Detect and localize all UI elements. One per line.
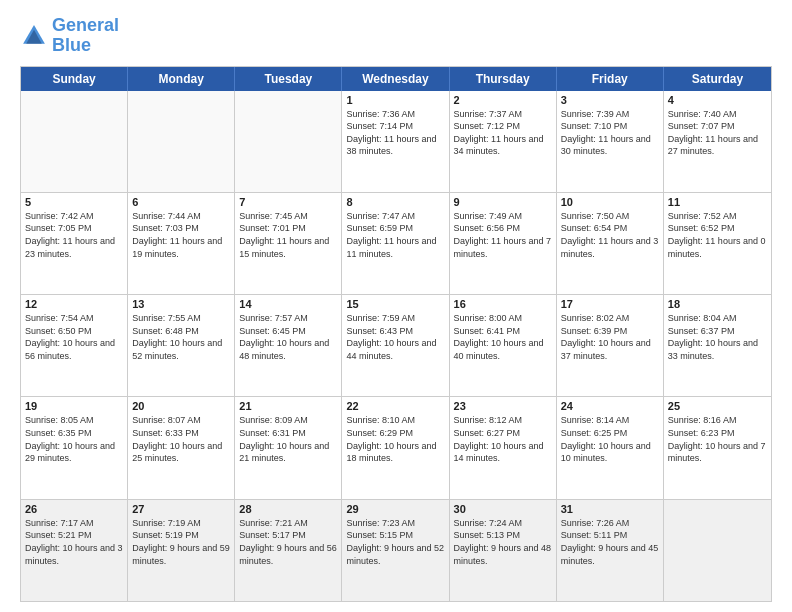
calendar-cell: 28Sunrise: 7:21 AM Sunset: 5:17 PM Dayli… bbox=[235, 500, 342, 601]
calendar-cell: 6Sunrise: 7:44 AM Sunset: 7:03 PM Daylig… bbox=[128, 193, 235, 294]
cell-info: Sunrise: 8:14 AM Sunset: 6:25 PM Dayligh… bbox=[561, 414, 659, 464]
weekday-header: Sunday bbox=[21, 67, 128, 91]
day-number: 17 bbox=[561, 298, 659, 310]
calendar-cell: 23Sunrise: 8:12 AM Sunset: 6:27 PM Dayli… bbox=[450, 397, 557, 498]
calendar-cell: 12Sunrise: 7:54 AM Sunset: 6:50 PM Dayli… bbox=[21, 295, 128, 396]
calendar-cell: 3Sunrise: 7:39 AM Sunset: 7:10 PM Daylig… bbox=[557, 91, 664, 192]
cell-info: Sunrise: 7:40 AM Sunset: 7:07 PM Dayligh… bbox=[668, 108, 767, 158]
cell-info: Sunrise: 7:36 AM Sunset: 7:14 PM Dayligh… bbox=[346, 108, 444, 158]
logo: General Blue bbox=[20, 16, 119, 56]
calendar-cell: 4Sunrise: 7:40 AM Sunset: 7:07 PM Daylig… bbox=[664, 91, 771, 192]
day-number: 28 bbox=[239, 503, 337, 515]
cell-info: Sunrise: 7:19 AM Sunset: 5:19 PM Dayligh… bbox=[132, 517, 230, 567]
cell-info: Sunrise: 8:16 AM Sunset: 6:23 PM Dayligh… bbox=[668, 414, 767, 464]
day-number: 27 bbox=[132, 503, 230, 515]
calendar-cell bbox=[664, 500, 771, 601]
header: General Blue bbox=[20, 16, 772, 56]
calendar-cell: 30Sunrise: 7:24 AM Sunset: 5:13 PM Dayli… bbox=[450, 500, 557, 601]
cell-info: Sunrise: 7:23 AM Sunset: 5:15 PM Dayligh… bbox=[346, 517, 444, 567]
calendar-row: 1Sunrise: 7:36 AM Sunset: 7:14 PM Daylig… bbox=[21, 91, 771, 193]
cell-info: Sunrise: 8:02 AM Sunset: 6:39 PM Dayligh… bbox=[561, 312, 659, 362]
cell-info: Sunrise: 7:45 AM Sunset: 7:01 PM Dayligh… bbox=[239, 210, 337, 260]
cell-info: Sunrise: 7:50 AM Sunset: 6:54 PM Dayligh… bbox=[561, 210, 659, 260]
cell-info: Sunrise: 8:04 AM Sunset: 6:37 PM Dayligh… bbox=[668, 312, 767, 362]
cell-info: Sunrise: 7:59 AM Sunset: 6:43 PM Dayligh… bbox=[346, 312, 444, 362]
cell-info: Sunrise: 8:12 AM Sunset: 6:27 PM Dayligh… bbox=[454, 414, 552, 464]
calendar-cell: 5Sunrise: 7:42 AM Sunset: 7:05 PM Daylig… bbox=[21, 193, 128, 294]
calendar-cell: 11Sunrise: 7:52 AM Sunset: 6:52 PM Dayli… bbox=[664, 193, 771, 294]
day-number: 3 bbox=[561, 94, 659, 106]
day-number: 8 bbox=[346, 196, 444, 208]
day-number: 26 bbox=[25, 503, 123, 515]
cell-info: Sunrise: 7:52 AM Sunset: 6:52 PM Dayligh… bbox=[668, 210, 767, 260]
calendar-cell: 17Sunrise: 8:02 AM Sunset: 6:39 PM Dayli… bbox=[557, 295, 664, 396]
calendar-body: 1Sunrise: 7:36 AM Sunset: 7:14 PM Daylig… bbox=[21, 91, 771, 601]
calendar-cell bbox=[128, 91, 235, 192]
page: General Blue SundayMondayTuesdayWednesda… bbox=[0, 0, 792, 612]
cell-info: Sunrise: 7:47 AM Sunset: 6:59 PM Dayligh… bbox=[346, 210, 444, 260]
cell-info: Sunrise: 7:39 AM Sunset: 7:10 PM Dayligh… bbox=[561, 108, 659, 158]
calendar-cell: 20Sunrise: 8:07 AM Sunset: 6:33 PM Dayli… bbox=[128, 397, 235, 498]
logo-text: General Blue bbox=[52, 16, 119, 56]
day-number: 14 bbox=[239, 298, 337, 310]
day-number: 30 bbox=[454, 503, 552, 515]
calendar-cell: 13Sunrise: 7:55 AM Sunset: 6:48 PM Dayli… bbox=[128, 295, 235, 396]
calendar-cell: 22Sunrise: 8:10 AM Sunset: 6:29 PM Dayli… bbox=[342, 397, 449, 498]
calendar-cell: 14Sunrise: 7:57 AM Sunset: 6:45 PM Dayli… bbox=[235, 295, 342, 396]
calendar: SundayMondayTuesdayWednesdayThursdayFrid… bbox=[20, 66, 772, 602]
calendar-cell bbox=[235, 91, 342, 192]
day-number: 9 bbox=[454, 196, 552, 208]
calendar-cell: 10Sunrise: 7:50 AM Sunset: 6:54 PM Dayli… bbox=[557, 193, 664, 294]
cell-info: Sunrise: 7:42 AM Sunset: 7:05 PM Dayligh… bbox=[25, 210, 123, 260]
cell-info: Sunrise: 8:07 AM Sunset: 6:33 PM Dayligh… bbox=[132, 414, 230, 464]
day-number: 13 bbox=[132, 298, 230, 310]
calendar-row: 26Sunrise: 7:17 AM Sunset: 5:21 PM Dayli… bbox=[21, 500, 771, 601]
calendar-cell: 15Sunrise: 7:59 AM Sunset: 6:43 PM Dayli… bbox=[342, 295, 449, 396]
calendar-cell: 7Sunrise: 7:45 AM Sunset: 7:01 PM Daylig… bbox=[235, 193, 342, 294]
day-number: 12 bbox=[25, 298, 123, 310]
calendar-cell: 8Sunrise: 7:47 AM Sunset: 6:59 PM Daylig… bbox=[342, 193, 449, 294]
calendar-cell: 9Sunrise: 7:49 AM Sunset: 6:56 PM Daylig… bbox=[450, 193, 557, 294]
cell-info: Sunrise: 7:44 AM Sunset: 7:03 PM Dayligh… bbox=[132, 210, 230, 260]
weekday-header: Friday bbox=[557, 67, 664, 91]
logo-icon bbox=[20, 22, 48, 50]
day-number: 5 bbox=[25, 196, 123, 208]
cell-info: Sunrise: 7:21 AM Sunset: 5:17 PM Dayligh… bbox=[239, 517, 337, 567]
day-number: 15 bbox=[346, 298, 444, 310]
calendar-cell: 19Sunrise: 8:05 AM Sunset: 6:35 PM Dayli… bbox=[21, 397, 128, 498]
calendar-row: 5Sunrise: 7:42 AM Sunset: 7:05 PM Daylig… bbox=[21, 193, 771, 295]
day-number: 31 bbox=[561, 503, 659, 515]
cell-info: Sunrise: 7:37 AM Sunset: 7:12 PM Dayligh… bbox=[454, 108, 552, 158]
calendar-cell: 26Sunrise: 7:17 AM Sunset: 5:21 PM Dayli… bbox=[21, 500, 128, 601]
day-number: 10 bbox=[561, 196, 659, 208]
calendar-cell: 29Sunrise: 7:23 AM Sunset: 5:15 PM Dayli… bbox=[342, 500, 449, 601]
day-number: 25 bbox=[668, 400, 767, 412]
cell-info: Sunrise: 7:54 AM Sunset: 6:50 PM Dayligh… bbox=[25, 312, 123, 362]
calendar-cell: 31Sunrise: 7:26 AM Sunset: 5:11 PM Dayli… bbox=[557, 500, 664, 601]
calendar-cell: 16Sunrise: 8:00 AM Sunset: 6:41 PM Dayli… bbox=[450, 295, 557, 396]
cell-info: Sunrise: 8:10 AM Sunset: 6:29 PM Dayligh… bbox=[346, 414, 444, 464]
calendar-cell: 2Sunrise: 7:37 AM Sunset: 7:12 PM Daylig… bbox=[450, 91, 557, 192]
calendar-cell: 24Sunrise: 8:14 AM Sunset: 6:25 PM Dayli… bbox=[557, 397, 664, 498]
weekday-header: Saturday bbox=[664, 67, 771, 91]
cell-info: Sunrise: 7:26 AM Sunset: 5:11 PM Dayligh… bbox=[561, 517, 659, 567]
calendar-row: 12Sunrise: 7:54 AM Sunset: 6:50 PM Dayli… bbox=[21, 295, 771, 397]
cell-info: Sunrise: 8:00 AM Sunset: 6:41 PM Dayligh… bbox=[454, 312, 552, 362]
day-number: 19 bbox=[25, 400, 123, 412]
cell-info: Sunrise: 7:24 AM Sunset: 5:13 PM Dayligh… bbox=[454, 517, 552, 567]
cell-info: Sunrise: 7:57 AM Sunset: 6:45 PM Dayligh… bbox=[239, 312, 337, 362]
calendar-cell: 27Sunrise: 7:19 AM Sunset: 5:19 PM Dayli… bbox=[128, 500, 235, 601]
calendar-row: 19Sunrise: 8:05 AM Sunset: 6:35 PM Dayli… bbox=[21, 397, 771, 499]
calendar-cell: 25Sunrise: 8:16 AM Sunset: 6:23 PM Dayli… bbox=[664, 397, 771, 498]
day-number: 7 bbox=[239, 196, 337, 208]
calendar-cell: 21Sunrise: 8:09 AM Sunset: 6:31 PM Dayli… bbox=[235, 397, 342, 498]
day-number: 22 bbox=[346, 400, 444, 412]
day-number: 6 bbox=[132, 196, 230, 208]
calendar-cell bbox=[21, 91, 128, 192]
cell-info: Sunrise: 7:49 AM Sunset: 6:56 PM Dayligh… bbox=[454, 210, 552, 260]
day-number: 11 bbox=[668, 196, 767, 208]
day-number: 1 bbox=[346, 94, 444, 106]
day-number: 20 bbox=[132, 400, 230, 412]
weekday-header: Thursday bbox=[450, 67, 557, 91]
day-number: 18 bbox=[668, 298, 767, 310]
